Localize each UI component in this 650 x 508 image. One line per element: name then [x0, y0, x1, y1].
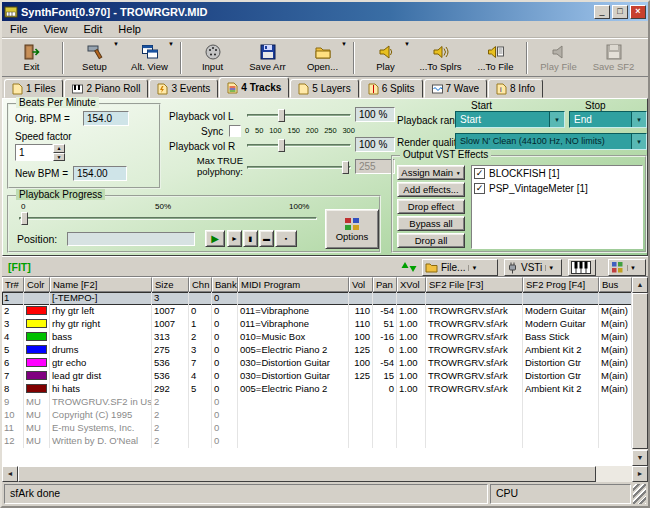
bypass-all-button[interactable]: Bypass all — [397, 216, 465, 231]
playback-start-select[interactable]: Start ▼ — [455, 111, 565, 128]
scroll-thumb[interactable] — [632, 293, 648, 449]
vol-l-slider[interactable] — [247, 109, 351, 122]
vsti-menu-button[interactable]: VSTi ▼ — [504, 259, 562, 276]
chevron-down-icon[interactable]: ▼ — [168, 41, 174, 47]
track-color-swatch[interactable] — [26, 332, 47, 341]
tab-events[interactable]: 3 Events — [149, 79, 218, 98]
menu-file[interactable]: File — [2, 22, 36, 36]
track-row-8[interactable]: 8hi hats29250005=Electric Piano 201.00TR… — [2, 383, 648, 396]
alt-view-button[interactable]: ▼ Alt. View — [122, 40, 177, 76]
maximize-button[interactable]: □ — [612, 5, 628, 19]
play-file-button[interactable]: Play File — [531, 40, 586, 76]
tab-layers[interactable]: 5 Layers — [290, 79, 358, 98]
vertical-scrollbar[interactable]: ▲ ▼ — [632, 277, 648, 466]
transport-button-4[interactable]: ▪ — [275, 230, 297, 247]
column-header-xvol[interactable]: XVol — [397, 277, 426, 292]
playback-stop-select[interactable]: End ▼ — [569, 111, 647, 128]
tab-info[interactable]: i8 Info — [488, 79, 543, 98]
resize-grip[interactable] — [633, 484, 646, 504]
track-color-swatch[interactable] — [26, 371, 47, 380]
column-header-tr[interactable]: Tr# — [2, 277, 24, 292]
slider-thumb[interactable] — [278, 109, 285, 122]
track-row-11[interactable]: 11MUE-mu Systems, Inc.20 — [2, 422, 648, 435]
position-slider[interactable] — [19, 212, 317, 225]
menu-help[interactable]: Help — [110, 22, 149, 36]
speed-factor-input[interactable]: 1 ▲ ▼ — [15, 144, 65, 161]
vst-effects-list[interactable]: ✓BLOCKFISH [1]✓PSP_VintageMeter [1] — [471, 165, 643, 249]
piano-button[interactable] — [568, 259, 596, 276]
track-color-swatch[interactable] — [26, 384, 47, 393]
sort-icon[interactable] — [400, 260, 418, 278]
transport-play-button[interactable]: ▶ — [205, 230, 225, 247]
view-grid-button[interactable]: ▼ — [608, 259, 646, 276]
minimize-button[interactable]: _ — [594, 5, 610, 19]
input-button[interactable]: Input — [185, 40, 240, 76]
chevron-down-icon[interactable]: ▼ — [549, 112, 564, 127]
close-button[interactable]: × — [630, 5, 646, 19]
track-row-10[interactable]: 10MUCopyright (C) 199520 — [2, 409, 648, 422]
column-header-name[interactable]: Name [F2] — [50, 277, 152, 292]
column-header-chn[interactable]: Chn — [189, 277, 212, 292]
tab-files[interactable]: 1 Files — [4, 79, 63, 98]
polyphony-slider[interactable] — [247, 161, 351, 174]
vol-r-slider[interactable] — [247, 139, 351, 152]
menu-view[interactable]: View — [36, 22, 76, 36]
track-color-swatch[interactable] — [26, 319, 47, 328]
options-button[interactable]: Options — [325, 209, 379, 249]
track-color-swatch[interactable] — [26, 345, 47, 354]
play-button[interactable]: ▼ Play — [358, 40, 413, 76]
spin-up-button[interactable]: ▲ — [53, 144, 65, 153]
slider-thumb[interactable] — [21, 212, 28, 225]
column-header-bus[interactable]: Bus — [599, 277, 632, 292]
slider-thumb[interactable] — [342, 161, 349, 174]
chevron-down-icon[interactable]: ▼ — [113, 41, 119, 47]
tab-piano-roll[interactable]: 2 Piano Roll — [64, 79, 148, 98]
open-button[interactable]: ▼ Open... — [295, 40, 350, 76]
vst-effect-item[interactable]: ✓PSP_VintageMeter [1] — [472, 181, 642, 196]
scroll-thumb[interactable] — [18, 466, 596, 482]
tab-wave[interactable]: 7 Wave — [424, 79, 488, 98]
chevron-down-icon[interactable]: ▼ — [631, 112, 646, 127]
scroll-left-button[interactable]: ◄ — [2, 466, 18, 482]
chevron-down-icon[interactable]: ▼ — [468, 265, 479, 271]
chevron-down-icon[interactable]: ▼ — [627, 265, 638, 271]
spin-down-button[interactable]: ▼ — [53, 153, 65, 162]
transport-button-3[interactable]: ▬ — [259, 230, 274, 247]
track-row-5[interactable]: 5drums27530005=Electric Piano 212501.00T… — [2, 344, 648, 357]
to-file-button[interactable]: ...To File — [468, 40, 523, 76]
chevron-down-icon[interactable]: ▼ — [545, 265, 556, 271]
drop-all-button[interactable]: Drop all — [397, 233, 465, 248]
chevron-down-icon[interactable]: ▼ — [341, 41, 347, 47]
column-header-vol[interactable]: Vol — [349, 277, 373, 292]
vst-effect-item[interactable]: ✓BLOCKFISH [1] — [472, 166, 642, 181]
track-color-swatch[interactable] — [26, 306, 47, 315]
tab-tracks[interactable]: 4 Tracks — [219, 77, 289, 98]
sync-checkbox[interactable] — [229, 125, 241, 137]
track-color-swatch[interactable] — [26, 358, 47, 367]
save-sf2-button[interactable]: Save SF2 — [586, 40, 641, 76]
scroll-down-button[interactable]: ▼ — [632, 450, 648, 466]
column-header-midi[interactable]: MIDI Program — [238, 277, 349, 292]
add-effects-button[interactable]: Add effects... — [397, 182, 465, 197]
transport-button-2[interactable]: ▮ — [243, 230, 258, 247]
track-row-3[interactable]: 3rhy gtr right100710011=Vibraphone110511… — [2, 318, 648, 331]
speed-factor-value[interactable]: 1 — [15, 144, 53, 161]
column-header-size[interactable]: Size — [152, 277, 189, 292]
title-bar[interactable]: SynthFont[0.970] - TROWRGRV.MID _ □ × — [2, 2, 648, 21]
assign-main-button[interactable]: Assign Main ▼ — [397, 165, 465, 180]
chevron-down-icon[interactable]: ▼ — [404, 41, 410, 47]
column-header-sf2file[interactable]: SF2 File [F3] — [426, 277, 523, 292]
track-row-1[interactable]: 1[-TEMPO-]30 — [2, 292, 648, 305]
track-row-7[interactable]: 7lead gtr dist53640030=Distortion Guitar… — [2, 370, 648, 383]
slider-thumb[interactable] — [278, 139, 285, 152]
setup-button[interactable]: ▼ Setup — [67, 40, 122, 76]
to-speakers-button[interactable]: ...To Splrs — [413, 40, 468, 76]
track-row-4[interactable]: 4bass31320010=Music Box100-161.00TROWRGR… — [2, 331, 648, 344]
column-header-color[interactable]: Colr — [24, 277, 50, 292]
render-quality-select[interactable]: Slow N' Clean (44100 Hz, NO limits) ▼ — [455, 133, 647, 150]
track-row-12[interactable]: 12MUWritten by D. O'Neal20 — [2, 435, 648, 448]
track-row-6[interactable]: 6gtr echo53670030=Distortion Guitar100-5… — [2, 357, 648, 370]
vst-effect-checkbox[interactable]: ✓ — [474, 183, 485, 194]
column-header-sf2prog[interactable]: SF2 Prog [F4] — [523, 277, 599, 292]
tab-splits[interactable]: 6 Splits — [360, 79, 423, 98]
